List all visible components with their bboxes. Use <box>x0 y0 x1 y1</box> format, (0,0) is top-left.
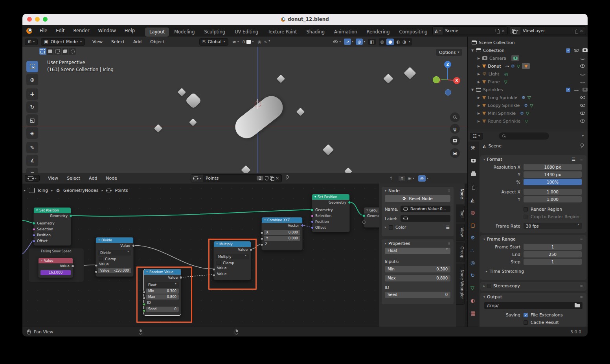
crop-region-checkbox[interactable] <box>524 215 528 219</box>
parent-tree-icon[interactable]: ↑ <box>389 176 393 181</box>
outliner-row-mini-sprinkle[interactable]: ▶▼Mini Sprinkle ⚙ ▽ <box>468 109 588 117</box>
new-node-tree-icon[interactable] <box>270 176 274 180</box>
hide-eye-icon[interactable] <box>580 104 585 107</box>
transform-orientation-dropdown[interactable]: ⇱Global▾ <box>199 38 228 46</box>
color-expand-icon[interactable]: ▸ <box>385 226 386 229</box>
visibility-dropdown-icon[interactable]: ▾ <box>333 40 341 43</box>
output-path-field[interactable]: /tmp/ <box>484 302 582 309</box>
disable-render-icon[interactable] <box>582 48 588 52</box>
tool-rotate[interactable]: ↻ <box>26 101 38 113</box>
expand-icon[interactable]: ▶ <box>477 72 480 76</box>
sidebar-tab-tool[interactable]: Tool <box>456 206 465 222</box>
viewport-menu-select[interactable]: Select <box>107 39 129 44</box>
hide-eye-closed-icon[interactable] <box>580 73 585 75</box>
sidebar-tab-view[interactable]: View <box>456 224 465 241</box>
tab-texture-icon[interactable]: ▦ <box>470 311 475 316</box>
viewport-menu-view[interactable]: View <box>88 39 107 44</box>
sidebar-tab-node[interactable]: Node <box>456 184 465 204</box>
tool-transform[interactable]: ◈ <box>26 127 38 139</box>
viewport-menu-add[interactable]: Add <box>129 39 146 44</box>
tab-render-icon[interactable] <box>471 159 476 164</box>
icing-mesh[interactable] <box>231 92 287 143</box>
remove-viewlayer-icon[interactable]: × <box>580 28 586 33</box>
hide-eye-icon[interactable] <box>574 49 579 52</box>
expand-icon[interactable]: ▶ <box>477 104 480 107</box>
time-stretching-header[interactable]: ▸Time Stretching <box>480 266 586 274</box>
hide-eye-closed-icon[interactable] <box>580 57 585 60</box>
node-menu-select[interactable]: Select <box>62 176 85 181</box>
proportional-editing-icon[interactable]: ◉ <box>257 39 261 44</box>
sprinkle-diamond[interactable] <box>178 88 186 96</box>
scene-name[interactable]: Scene <box>443 28 495 33</box>
tool-select-box[interactable]: ➤ <box>26 61 38 72</box>
select-mode-box-icon[interactable] <box>47 48 53 55</box>
close-window-button[interactable] <box>27 17 32 22</box>
new-scene-icon[interactable] <box>496 29 500 33</box>
tab-viewlayer-icon[interactable] <box>471 185 475 190</box>
expand-icon[interactable]: ▼ <box>471 49 474 52</box>
sprinkle-diamond[interactable] <box>241 165 250 173</box>
color-checkbox[interactable] <box>389 225 393 230</box>
properties-panel-header[interactable]: ▾Properties⠿ <box>382 239 454 247</box>
gizmo-neg-z-axis[interactable] <box>445 89 451 96</box>
shading-wireframe-icon[interactable]: ◍ <box>380 39 384 44</box>
hide-eye-icon[interactable] <box>580 119 585 123</box>
clamp-checkbox[interactable] <box>99 257 103 261</box>
zoom-window-button[interactable] <box>43 17 48 22</box>
x-field[interactable]: X0.000 <box>264 230 300 235</box>
node-overlays-icon[interactable]: ◎▾ <box>418 175 428 182</box>
node-name-field[interactable]: Random Value.0... <box>401 206 450 212</box>
hide-eye-icon[interactable] <box>580 96 585 99</box>
seed-field[interactable]: Seed0 <box>385 292 450 298</box>
hide-eye-icon[interactable] <box>580 64 585 68</box>
tool-add-primitive[interactable]: ▧ <box>26 168 38 173</box>
blender-logo-icon[interactable] <box>26 28 32 34</box>
sprinkle-diamond[interactable] <box>404 67 416 79</box>
collection-checkbox[interactable] <box>566 48 570 53</box>
gizmo-y-axis[interactable] <box>433 76 440 83</box>
breadcrumb-scene[interactable]: Scene <box>488 143 502 149</box>
pin-node-tree-icon[interactable] <box>285 175 289 181</box>
viewlayer-selector[interactable]: ▾ ViewLayer × <box>510 26 586 35</box>
format-panel-header[interactable]: ▾Format☰≡ <box>480 155 586 164</box>
new-viewlayer-icon[interactable] <box>574 29 578 33</box>
tool-measure[interactable]: ∡ <box>26 155 38 166</box>
zoom-view-icon[interactable] <box>450 112 460 122</box>
user-count-badge[interactable]: 2 <box>257 176 263 180</box>
node-set-position-left[interactable]: ▾Set Position Geometry Geometry Selectio… <box>33 207 71 246</box>
minimize-window-button[interactable] <box>35 17 40 22</box>
tab-constraints-icon[interactable]: ↻ <box>470 273 475 278</box>
file-extensions-checkbox[interactable] <box>524 313 528 317</box>
node-set-position-right[interactable]: ▾Set Position Geometry Geometry Selectio… <box>312 194 350 232</box>
exclude-render-icon[interactable] <box>582 88 588 92</box>
pan-view-icon[interactable]: ψ <box>450 124 460 134</box>
navigation-gizmo[interactable]: Z X <box>430 61 465 98</box>
workspace-tab-texture-paint[interactable]: Texture Paint <box>263 28 301 37</box>
node-menu-view[interactable]: View <box>44 176 62 181</box>
node-tree-name[interactable]: Points <box>203 176 257 181</box>
socket-geometry-in[interactable] <box>32 222 35 225</box>
gizmo-x-axis[interactable]: X <box>453 77 460 84</box>
gizmos-toggle-icon[interactable]: ↗▾ <box>344 39 353 45</box>
outliner-row-plane[interactable]: ▶▼Plane ▽ <box>468 78 588 86</box>
outliner-row-collection[interactable]: ▼Collection <box>468 46 588 54</box>
tab-modifiers-icon[interactable]: ⚙ <box>470 235 475 240</box>
editor-type-geometry-nodes[interactable]: ▾ <box>25 175 40 182</box>
snap-mode-icon[interactable]: ⊞▾ <box>408 176 414 181</box>
workspace-tab-sculpting[interactable]: Sculpting <box>200 28 230 37</box>
data-type-dropdown[interactable]: Float▾ <box>385 248 450 254</box>
unlink-scene-icon[interactable]: × <box>502 28 507 33</box>
hide-eye-icon[interactable] <box>580 112 585 115</box>
tab-material-icon[interactable]: ◐ <box>470 298 475 303</box>
tab-output-icon[interactable] <box>471 171 476 177</box>
viewport-menu-object[interactable]: Object <box>146 39 169 44</box>
sprinkle-diamond[interactable] <box>383 74 393 83</box>
menu-edit[interactable]: Edit <box>51 28 69 33</box>
hide-eye-closed-icon[interactable] <box>574 88 579 91</box>
node-menu-node[interactable]: Node <box>101 176 121 181</box>
geometry-node-editor[interactable]: ▾ View Select Add Node ▾ Points 2 × ↑ ∩ … <box>22 173 468 327</box>
output-panel-header[interactable]: ▾Output≡ <box>480 293 586 301</box>
outliner-row-sprinkles[interactable]: ▼Sprinkles <box>468 86 588 94</box>
node-menu-add[interactable]: Add <box>85 176 101 181</box>
hide-eye-closed-icon[interactable] <box>580 81 585 83</box>
